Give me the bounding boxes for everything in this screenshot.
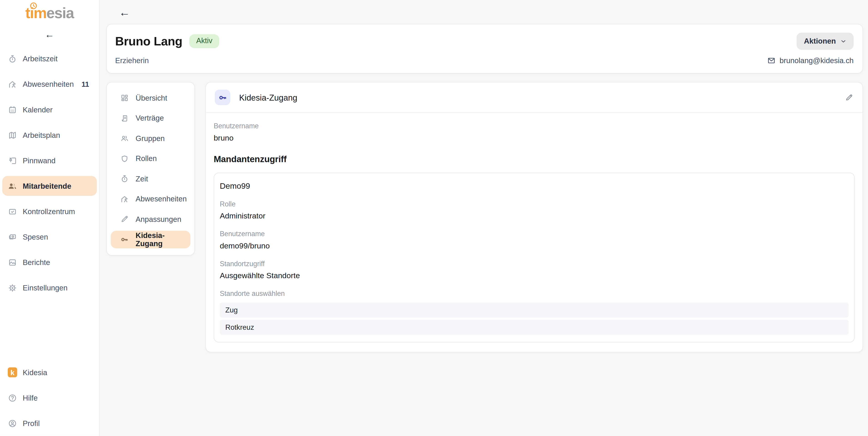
employee-role: Erzieherin — [115, 56, 149, 65]
locations-select-label: Standorte auswählen — [220, 290, 849, 298]
sidebar-footer-nav: k Kidesia Hilfe — [0, 360, 99, 436]
subnav-item-abwesenheiten[interactable]: Abwesenheiten — [107, 189, 194, 209]
sidebar-item-label: Abwesenheiten — [23, 80, 74, 88]
subnav-item-vertraege[interactable]: Verträge — [107, 108, 194, 128]
sidebar-item-berichte[interactable]: Berichte — [0, 249, 99, 275]
logo-esia: esia — [46, 5, 73, 22]
sidebar-item-label: Arbeitszeit — [23, 55, 58, 63]
locations-list: Zug Rotkreuz — [220, 303, 849, 335]
header-meta-row: Erzieherin brunolang@kidesia.ch — [115, 56, 854, 65]
sidebar-item-label: Arbeitsplan — [23, 131, 60, 139]
sidebar-nav: Arbeitszeit Abwesenheiten 11 — [0, 46, 99, 300]
subnav-item-label: Anpassungen — [136, 215, 181, 224]
key-icon-tile — [215, 90, 230, 105]
help-circle-icon — [8, 393, 17, 402]
user-circle-icon — [8, 418, 17, 428]
status-badge: Aktiv — [189, 34, 219, 48]
envelope-icon — [767, 56, 776, 65]
sidebar-collapse-button[interactable]: ← — [0, 30, 99, 39]
employee-email[interactable]: brunolang@kidesia.ch — [767, 56, 854, 65]
subnav-item-kidesia-zugang[interactable]: Kidesia-Zugang — [111, 231, 190, 248]
group-icon — [120, 134, 129, 143]
tenant-access-heading: Mandantenzugriff — [214, 155, 855, 164]
sidebar-item-arbeitsplan[interactable]: Arbeitsplan — [0, 122, 99, 147]
sidebar-item-label: Mitarbeitende — [23, 182, 71, 190]
sidebar-item-spesen[interactable]: Spesen — [0, 224, 99, 249]
subnav-item-label: Kidesia-Zugang — [136, 231, 185, 247]
employee-header-card: Bruno Lang Aktiv Aktionen Erzieherin — [106, 24, 863, 74]
tenant-username-label: Benutzername — [220, 230, 849, 238]
sidebar-item-kidesia[interactable]: k Kidesia — [0, 360, 99, 385]
subnav-item-zeit[interactable]: Zeit — [107, 169, 194, 189]
sidebar-item-label: Kontrollzentrum — [23, 207, 75, 215]
dashboard-icon — [120, 94, 129, 102]
subnav-item-label: Übersicht — [136, 94, 167, 102]
actions-button-label: Aktionen — [804, 37, 836, 45]
sidebar-item-kontrollzentrum[interactable]: Kontrollzentrum — [0, 199, 99, 224]
tenant-name: Demo99 — [220, 181, 849, 190]
location-row: Rotkreuz — [220, 320, 849, 335]
sidebar-item-mitarbeitende[interactable]: Mitarbeitende — [2, 176, 97, 196]
main-content: ← Bruno Lang Aktiv Aktionen Erzieherin — [100, 0, 868, 436]
username-label: Benutzername — [214, 122, 855, 130]
key-icon — [218, 93, 227, 102]
subnav-item-label: Verträge — [136, 114, 164, 123]
subnav-item-anpassungen[interactable]: Anpassungen — [107, 209, 194, 229]
sidebar-item-arbeitszeit[interactable]: Arbeitszeit — [0, 46, 99, 71]
sidebar-item-kalender[interactable]: Kalender — [0, 97, 99, 122]
chart-image-icon — [8, 258, 17, 267]
sidebar-item-label: Profil — [23, 419, 40, 427]
money-icon — [8, 232, 17, 241]
house-person-icon — [120, 195, 129, 203]
username-value: bruno — [214, 133, 855, 142]
subnav-item-label: Rollen — [136, 155, 157, 163]
subnav-item-label: Gruppen — [136, 134, 165, 143]
chevron-down-icon — [840, 38, 846, 44]
location-row: Zug — [220, 303, 849, 318]
location-access-value: Ausgewählte Standorte — [220, 271, 849, 280]
actions-button[interactable]: Aktionen — [797, 33, 854, 50]
detail-card-title: Kidesia-Zugang — [239, 93, 297, 102]
key-icon — [120, 235, 129, 244]
sidebar-item-label: Hilfe — [23, 394, 38, 402]
content-row: Übersicht Verträge — [106, 82, 863, 353]
pencil-icon — [845, 93, 854, 102]
gear-icon — [8, 283, 17, 292]
sidebar-item-abwesenheiten[interactable]: Abwesenheiten 11 — [0, 71, 99, 97]
employee-email-text: brunolang@kidesia.ch — [780, 56, 854, 65]
absences-count-badge: 11 — [82, 80, 89, 88]
sidebar-spacer — [0, 300, 99, 360]
sidebar-item-label: Kidesia — [23, 368, 47, 376]
sidebar: timesia ← Arbeitszeit — [0, 0, 100, 436]
edit-button[interactable] — [845, 93, 854, 102]
role-value: Administrator — [220, 211, 849, 220]
map-icon — [8, 130, 17, 140]
kidesia-logo-icon: k — [8, 368, 17, 377]
sidebar-item-pinnwand[interactable]: Pinnwand — [0, 147, 99, 173]
sidebar-item-hilfe[interactable]: Hilfe — [0, 385, 99, 410]
tenant-card: Demo99 Rolle Administrator Benutzername … — [214, 173, 855, 342]
subnav-item-gruppen[interactable]: Gruppen — [107, 128, 194, 148]
contract-icon — [120, 114, 129, 123]
detail-card-header: Kidesia-Zugang — [206, 82, 862, 113]
app-root: timesia ← Arbeitszeit — [0, 0, 868, 436]
calendar-icon — [8, 105, 17, 114]
back-button[interactable]: ← — [119, 7, 132, 18]
employee-subnav: Übersicht Verträge — [106, 82, 195, 256]
people-icon — [8, 181, 17, 191]
stopwatch-icon — [8, 54, 17, 63]
kidesia-access-card: Kidesia-Zugang Benutzername bruno Mandan… — [206, 82, 863, 353]
location-access-label: Standortzugriff — [220, 260, 849, 268]
brand-logo[interactable]: timesia — [25, 6, 73, 21]
page-title: Bruno Lang — [115, 34, 182, 48]
subnav-item-rollen[interactable]: Rollen — [107, 148, 194, 169]
folder-check-icon — [8, 207, 17, 216]
subnav-item-label: Abwesenheiten — [136, 195, 187, 203]
sidebar-item-profil[interactable]: Profil — [0, 410, 99, 436]
sidebar-item-label: Pinnwand — [23, 156, 56, 165]
sidebar-item-einstellungen[interactable]: Einstellungen — [0, 275, 99, 300]
subnav-item-uebersicht[interactable]: Übersicht — [107, 88, 194, 108]
subnav-item-label: Zeit — [136, 175, 148, 183]
header-title-row: Bruno Lang Aktiv Aktionen — [115, 33, 854, 50]
clock-icon — [30, 2, 37, 9]
